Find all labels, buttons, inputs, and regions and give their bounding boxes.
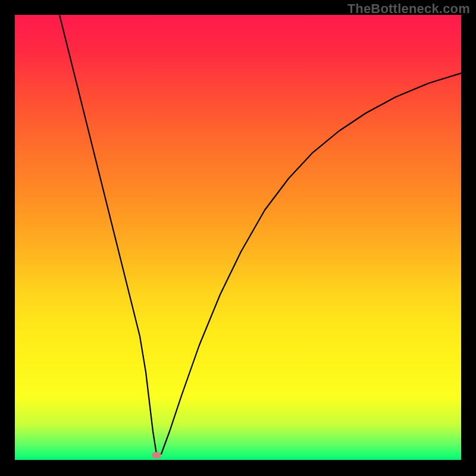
bottleneck-curve xyxy=(60,15,461,454)
plot-area xyxy=(15,15,461,460)
outer-frame: TheBottleneck.com xyxy=(0,0,476,476)
min-point-marker xyxy=(152,452,161,459)
curve-svg xyxy=(15,15,461,460)
watermark-text: TheBottleneck.com xyxy=(347,1,470,17)
